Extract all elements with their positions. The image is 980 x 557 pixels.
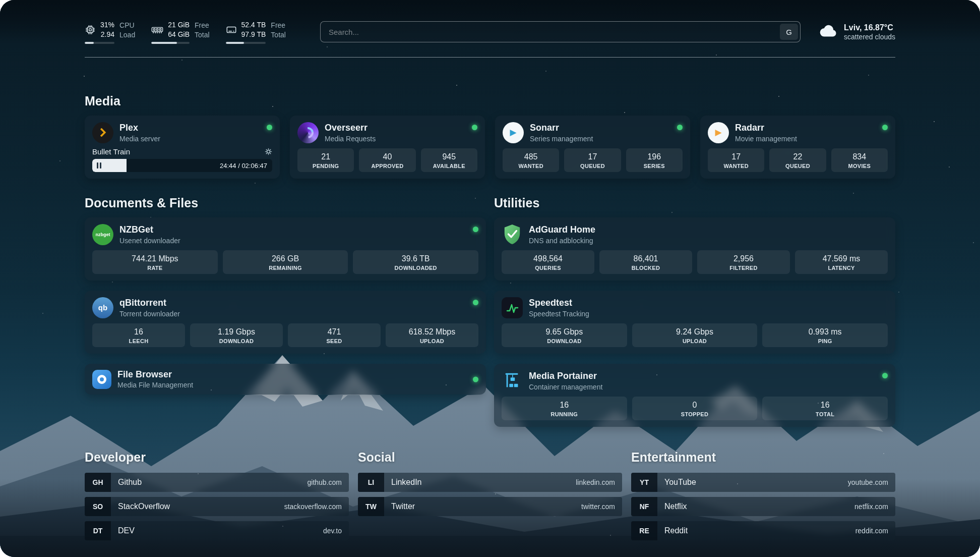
bookmark-abbr: GH [85,473,111,492]
cpu-progress-bar [85,42,114,44]
stat-value: 744.21 Mbps [94,254,216,264]
app-description: DNS and adblocking [529,237,595,245]
stat-value: 17 [710,152,762,162]
bookmark-name: Github [118,478,142,487]
bookmark-url: twitter.com [581,503,615,511]
storage-free-value: 52.4 TB [241,20,266,30]
app-name: AdGuard Home [529,225,595,236]
cpu-widget: 31% 2.94 CPU Load [85,20,135,44]
app-card[interactable]: Plex Media server Bullet Train 24:44 / 0… [85,116,280,179]
bookmark-url: youtube.com [848,478,888,486]
media-section-title: Media [85,94,895,108]
app-description: Media server [119,135,160,143]
app-name: qBittorrent [119,298,180,309]
app-stats: 21 PENDING 40 APPROVED 945 AVAILABLE [297,143,477,172]
gear-icon[interactable] [265,148,272,155]
stat-label: STOPPED [634,411,756,417]
app-card[interactable]: ▶ Radarr Movie management 17 WANTED 22 Q… [700,116,895,179]
app-card[interactable]: Speedtest Speedtest Tracking 9.65 Gbps D… [494,291,895,354]
app-description: Container management [529,383,602,391]
adguard-icon [503,224,522,245]
bookmark-url: netflix.com [854,503,888,511]
stat-label: PING [764,338,886,344]
app-header: File Browser Media File Management [92,369,478,389]
app-card[interactable]: ▶ Sonarr Series management 485 WANTED 17… [495,116,690,179]
storage-progress-bar [226,42,266,44]
app-description: Speedtest Tracking [529,310,589,318]
search-engine-button[interactable]: G [780,24,798,40]
stat-label: QUEUED [771,163,824,169]
snow-specks [0,0,1,1]
app-name: Radarr [735,123,797,134]
stat-tile: 40 APPROVED [359,148,415,172]
stat-label: FILTERED [699,265,788,271]
stat-label: DOWNLOAD [192,338,281,344]
status-dot [882,373,888,378]
topbar-divider [85,57,895,58]
cpu-progress-fill [85,42,94,44]
stat-value: 945 [423,152,475,162]
status-dot [882,125,888,130]
bookmark-row[interactable]: SO StackOverflow stackoverflow.com [85,497,349,516]
app-icon: qb [92,297,113,318]
app-stats: 498,564 QUERIES 86,401 BLOCKED 2,956 FIL… [502,245,888,274]
bookmark-abbr: TW [358,497,384,516]
stat-value: 2,956 [699,254,788,264]
stat-label: BLOCKED [601,265,690,271]
bookmark-abbr: RE [631,521,657,540]
stat-tile: 498,564 QUERIES [502,250,594,274]
app-card[interactable]: Media Portainer Container management 16 … [494,364,895,427]
app-card[interactable]: nzbget NZBGet Usenet downloader 744.21 M… [85,217,486,281]
bookmark-group-title: Social [358,450,622,465]
app-name: Overseerr [325,123,376,134]
stat-tile: 39.6 TB DOWNLOADED [353,250,478,274]
playback-progress-bar[interactable]: 24:44 / 02:06:47 [92,159,272,172]
status-dot [677,125,683,130]
search-input[interactable] [320,21,801,42]
bookmark-row[interactable]: NF Netflix netflix.com [631,497,895,516]
app-name: Speedtest [529,298,589,309]
stat-value: 618.52 Mbps [388,327,476,337]
stat-value: 1.19 Gbps [192,327,281,337]
stat-tile: 16 LEECH [92,323,185,347]
app-card[interactable]: Overseerr Media Requests 21 PENDING 40 A… [290,116,485,179]
bookmark-row[interactable]: LI LinkedIn linkedin.com [358,473,622,492]
stat-label: TOTAL [764,411,886,417]
stat-label: WANTED [710,163,762,169]
stat-tile: 47.569 ms LATENCY [795,250,888,274]
pause-icon[interactable] [97,162,101,169]
bookmark-row[interactable]: DT DEV dev.to [85,521,349,540]
memory-widget: 21 GiB 64 GiB Free Total [151,20,209,44]
memory-progress-bar [151,42,190,44]
bookmark-abbr: SO [85,497,111,516]
stat-label: WANTED [505,163,557,169]
bookmark-name: LinkedIn [391,478,422,487]
bookmark-row[interactable]: GH Github github.com [85,473,349,492]
bookmark-name: YouTube [664,478,696,487]
app-icon [92,122,113,143]
app-card[interactable]: AdGuard Home DNS and adblocking 498,564 … [494,217,895,281]
stat-label: RATE [94,265,216,271]
bookmark-group-title: Entertainment [631,450,895,465]
storage-total-value: 97.9 TB [241,30,266,39]
app-card[interactable]: qb qBittorrent Torrent downloader 16 LEE… [85,291,486,354]
bookmark-url: dev.to [323,527,342,535]
plex-player: Bullet Train 24:44 / 02:06:47 [92,147,272,172]
cloud-icon [819,24,838,40]
stat-tile: 485 WANTED [503,148,559,172]
bookmark-url: github.com [308,478,342,486]
stat-value: 9.65 Gbps [504,327,625,337]
weather-widget: Lviv, 16.87°C scattered clouds [819,23,895,41]
app-header: Plex Media server [92,122,272,143]
bookmark-group: Developer GH Github github.com SO StackO… [85,450,349,540]
bookmark-row[interactable]: YT YouTube youtube.com [631,473,895,492]
status-dot [267,125,272,130]
app-card[interactable]: File Browser Media File Management [85,364,486,395]
app-name: Sonarr [530,123,593,134]
app-name: File Browser [117,369,193,380]
status-dot [473,376,478,382]
app-header: nzbget NZBGet Usenet downloader [92,224,478,245]
bookmark-row[interactable]: RE Reddit reddit.com [631,521,895,540]
documents-section-title: Documents & Files [85,196,486,210]
bookmark-row[interactable]: TW Twitter twitter.com [358,497,622,516]
